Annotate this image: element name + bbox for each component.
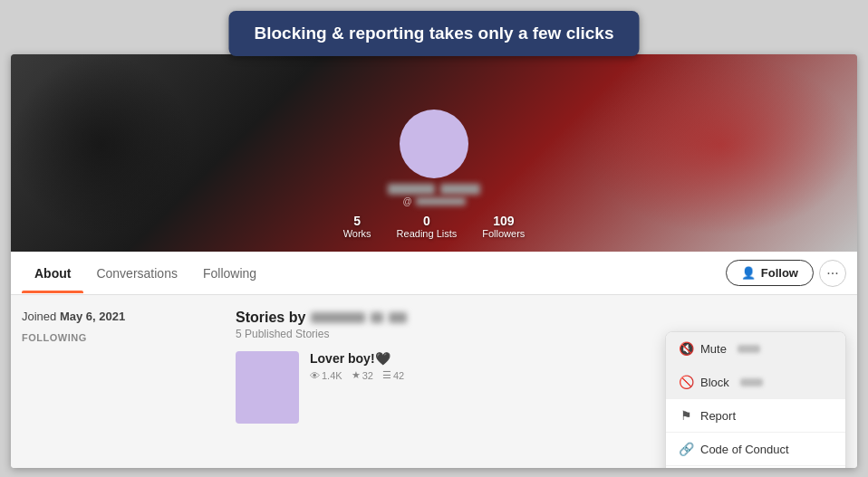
report-icon: ⚑ (679, 408, 693, 423)
tabs-actions: 👤 Follow ··· (726, 260, 846, 287)
stat-works-number: 5 (343, 214, 371, 228)
follow-label: Follow (761, 266, 798, 280)
cover-stats: 5 Works 0 Reading Lists 109 Followers (343, 214, 526, 252)
display-name-block1 (388, 184, 435, 195)
stat-followers-number: 109 (482, 214, 525, 228)
stories-header: Stories by (236, 310, 846, 326)
block-user-redacted (740, 378, 763, 386)
handle-row: @ (402, 196, 465, 206)
stat-followers: 109 Followers (482, 214, 525, 239)
stat-works-label: Works (343, 228, 371, 239)
cover-area: @ 5 Works 0 Reading Lists 109 Followers (11, 54, 857, 252)
dropdown-block[interactable]: 🚫 Block (666, 366, 845, 399)
tab-about[interactable]: About (22, 253, 83, 293)
stat-reading-lists: 0 Reading Lists (397, 214, 458, 239)
block-label: Block (700, 376, 729, 389)
story-views: 👁 1.4K (310, 370, 342, 381)
code-of-conduct-label: Code of Conduct (700, 443, 789, 456)
handle-block (416, 197, 466, 205)
user-add-icon: 👤 (741, 266, 756, 280)
joined-date: May 6, 2021 (60, 310, 125, 323)
stories-author-redacted (311, 312, 365, 323)
tooltip-text: Blocking & reporting takes only a few cl… (254, 24, 613, 43)
report-label: Report (700, 409, 736, 423)
at-symbol: @ (402, 196, 411, 206)
joined-label: Joined (22, 310, 56, 323)
code-of-conduct-icon: 🔗 (679, 442, 693, 456)
mute-icon: 🔇 (679, 341, 693, 356)
chapters-count: 42 (393, 370, 404, 381)
avatar (400, 110, 468, 178)
stories-header-prefix: Stories by (236, 310, 305, 326)
stories-author-redacted3 (389, 312, 407, 323)
likes-count: 32 (362, 370, 373, 381)
tabs-area: About Conversations Following 👤 Follow ·… (11, 252, 857, 295)
joined-info: Joined May 6, 2021 (22, 310, 221, 323)
stat-followers-label: Followers (482, 228, 525, 239)
display-name-block2 (440, 184, 480, 195)
views-count: 1.4K (322, 370, 342, 381)
stat-rl-number: 0 (397, 214, 458, 228)
views-icon: 👁 (310, 370, 320, 381)
stat-rl-label: Reading Lists (397, 228, 458, 239)
more-options-button[interactable]: ··· (819, 260, 846, 287)
profile-page: @ 5 Works 0 Reading Lists 109 Followers (11, 54, 857, 468)
cover-content: @ 5 Works 0 Reading Lists 109 Followers (11, 110, 857, 252)
tab-following[interactable]: Following (190, 253, 269, 293)
likes-icon: ★ (352, 369, 361, 381)
dropdown-menu: 🔇 Mute 🚫 Block ⚑ Report 🔗 Code of Conduc… (665, 331, 846, 468)
block-icon: 🚫 (679, 375, 693, 389)
dropdown-safety-portal[interactable]: 🛡 Wattpad Safety Portal (666, 466, 845, 468)
following-section-label: FOLLOWING (22, 332, 221, 343)
outer-wrapper: Blocking & reporting takes only a few cl… (0, 0, 868, 477)
chapters-icon: ☰ (382, 369, 391, 381)
follow-button[interactable]: 👤 Follow (726, 260, 814, 286)
stat-works: 5 Works (343, 214, 371, 239)
more-icon: ··· (826, 265, 838, 281)
dropdown-code-of-conduct[interactable]: 🔗 Code of Conduct (666, 433, 845, 466)
dropdown-mute[interactable]: 🔇 Mute (666, 332, 845, 366)
dropdown-report[interactable]: ⚑ Report (666, 399, 845, 433)
display-name-row (388, 184, 480, 195)
story-thumbnail (236, 351, 299, 424)
story-likes: ★ 32 (352, 369, 373, 381)
mute-user-redacted (738, 345, 760, 353)
tooltip-banner: Blocking & reporting takes only a few cl… (228, 11, 639, 56)
mute-label: Mute (700, 342, 727, 356)
left-sidebar: Joined May 6, 2021 FOLLOWING (22, 310, 221, 453)
tab-conversations[interactable]: Conversations (83, 253, 190, 293)
story-chapters: ☰ 42 (382, 369, 404, 381)
stories-author-redacted2 (371, 312, 383, 323)
